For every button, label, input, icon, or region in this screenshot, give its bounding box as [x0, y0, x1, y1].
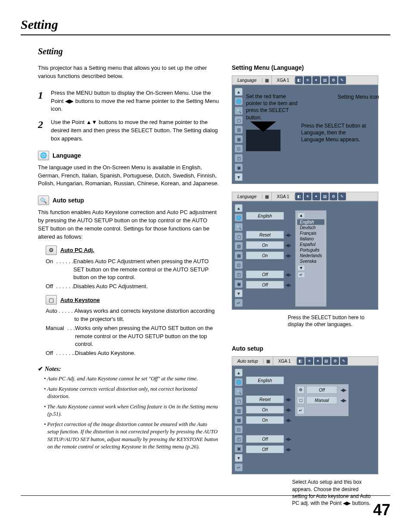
osd1-topbar: Language ▦ XGA 1 ◧ ☀ ✦ ▤ ⚙ ✎	[232, 75, 378, 85]
osd3-topbar-icon: ▦	[264, 357, 273, 365]
side-icon: ◫	[235, 435, 243, 443]
autokey-heading: Auto Keystone	[60, 297, 100, 303]
popup-exit-icon: ↵	[297, 272, 305, 278]
osd1-callout-frame: Set the red frame pointer to the item an…	[246, 93, 298, 121]
osd1-topbar-icon: ▦	[262, 76, 272, 84]
arrow-down-icon	[250, 121, 276, 132]
side-icon: ◫	[235, 154, 243, 162]
lang-option: Español	[297, 242, 324, 247]
tb-icon: ✎	[340, 357, 348, 365]
side-icon: ▢	[235, 233, 243, 240]
lang-option: English	[297, 219, 324, 225]
tb-icon: ◧	[297, 357, 305, 365]
arrows-lr-icon	[284, 272, 292, 277]
step-2: 2 Use the Point ▲▼ buttons to move the r…	[38, 118, 219, 143]
tb-icon: ☀	[304, 76, 311, 84]
popup-up-icon: ▲	[297, 212, 305, 218]
autokey-manual-row: Manual . . . Works only when pressing th…	[46, 324, 219, 349]
osd2-value-reset: Reset	[246, 231, 284, 239]
scroll-up-icon: ▲	[235, 88, 243, 96]
section-title: Setting	[38, 47, 390, 56]
side-icon: ▦	[235, 135, 243, 143]
side-icon: ▥	[235, 242, 243, 250]
osd3-value-off2: Off	[246, 445, 284, 453]
side-icon: 🔍	[235, 388, 243, 395]
osd3-title: Auto setup	[232, 345, 378, 352]
tb-icon: ✦	[312, 193, 320, 200]
arrows-lr-icon	[284, 407, 292, 413]
osd3-popup-manual: Manual	[306, 396, 337, 404]
side-icon: ◫	[235, 271, 243, 278]
osd1-topbar-iconstrip: ◧ ☀ ✦ ▤ ⚙ ✎	[295, 76, 346, 84]
osd1-box: Setting Menu icon Language ▦ XGA 1 ◧ ☀ ✦…	[232, 75, 378, 184]
autopc-on-desc: Enables Auto PC Adjustment when pressing…	[73, 258, 219, 282]
side-icon: ⊡	[235, 145, 243, 152]
osd1-title: Setting Menu (Language)	[232, 64, 378, 71]
tb-icon: ☀	[305, 357, 313, 365]
tb-icon: ✦	[312, 76, 320, 84]
autopc-on-label: On . . . . . .	[46, 258, 73, 282]
side-icon: ▥	[235, 407, 243, 414]
autosetup-icon: 🔍	[38, 196, 49, 205]
scroll-down-icon: ▼	[235, 289, 243, 297]
arrows-lr-icon	[284, 253, 292, 258]
osd2-value-off1: Off	[246, 271, 284, 278]
autokey-auto-desc: Always works and corrects keystone disto…	[74, 307, 219, 324]
tb-icon: ◧	[295, 76, 303, 84]
arrows-lr-icon	[284, 417, 292, 423]
osd3-popup-off: Off	[306, 386, 337, 394]
popup-exit-icon: ↵	[297, 407, 305, 414]
autosetup-body: This function enables Auto Keystone corr…	[38, 208, 219, 241]
exit-icon: ↵	[235, 299, 243, 307]
osd1-dark-panel	[246, 130, 280, 151]
side-icon: 🔍	[235, 223, 243, 231]
autopc-off-row: Off . . . . . . Disables Auto PC Adjustm…	[46, 283, 219, 291]
globe-icon: 🌐	[38, 151, 49, 160]
arrows-lr-icon	[284, 243, 292, 248]
note-4: Perfect correction of the image distorti…	[44, 421, 219, 451]
intro-text: This projector has a Setting menu that a…	[38, 64, 219, 81]
osd3-callout: Select Auto setup and this box appears. …	[292, 479, 374, 507]
arrows-lr-icon	[284, 436, 292, 442]
page-number: 47	[373, 501, 390, 519]
osd1-topbar-label: Language	[232, 78, 262, 83]
osd3-value-on1: On	[246, 406, 284, 414]
scroll-down-icon: ▼	[235, 454, 243, 462]
language-heading: Language	[53, 152, 81, 159]
osd2-callout: Press the SELECT button here to display …	[288, 314, 378, 328]
osd1-topbar-mode: XGA 1	[272, 78, 295, 83]
autokey-off-row: Off . . . . . .. Disables Auto Keystone.	[46, 349, 219, 358]
note-3: The Auto Keystone cannot work when Ceili…	[44, 403, 219, 418]
side-icon: ▣	[235, 164, 243, 171]
arrows-lr-icon	[284, 282, 292, 288]
tb-icon: ⚙	[330, 193, 337, 200]
osd3-value-off1: Off	[246, 435, 284, 443]
note-2: Auto Keystone corrects vertical distorti…	[44, 386, 219, 401]
popup-icon: ▢	[297, 396, 305, 404]
osd3-box: Auto setup ▦ XGA 1 ◧ ☀ ✦ ▤ ⚙ ✎ ▲ 🌐 🔍 ▢	[232, 356, 378, 474]
step-2-number: 2	[38, 118, 51, 143]
tb-icon: ▤	[323, 357, 330, 365]
osd3-body: ▲ 🌐 🔍 ▢ ▥ ▦ ⊡ ◫ ▣ ▼ ↵ English Reset On	[232, 366, 378, 474]
keystone-icon: ▢	[46, 295, 57, 305]
osd1-sidecol: ▲ 🌐 🔍 ▢ ▥ ▦ ⊡ ◫ ▣ ▼	[235, 88, 243, 181]
autokey-manual-desc: Works only when pressing the AUTO SET bu…	[75, 324, 219, 349]
scroll-down-icon: ▼	[235, 173, 243, 181]
arrows-lr-icon	[284, 397, 292, 402]
osd2-topbar-icon: ▦	[262, 192, 272, 201]
osd3-values: English Reset On On Off Off	[246, 376, 292, 471]
osd1-body: ▲ 🌐 🔍 ▢ ▥ ▦ ⊡ ◫ ▣ ▼ Set the red frame po…	[232, 85, 378, 184]
osd3-value-lang: English	[246, 376, 284, 384]
osd2-topbar-label: Language	[232, 194, 262, 199]
autokey-manual-label: Manual . . .	[46, 324, 75, 349]
lang-option: Italiano	[297, 236, 324, 242]
osd2-value-off2: Off	[246, 281, 284, 289]
side-icon: ▣	[235, 445, 243, 452]
osd2-value-on2: On	[246, 252, 284, 259]
tb-icon: ⚙	[331, 357, 339, 365]
side-icon: 🌐	[235, 97, 243, 105]
autopc-off-desc: Disables Auto PC Adjustment.	[73, 283, 219, 291]
step-1-number: 1	[38, 89, 51, 114]
osd2-sidecol: ▲ 🌐 🔍 ▢ ▥ ▦ ⊡ ◫ ▣ ▼ ↵	[235, 204, 243, 307]
side-icon: ▢	[235, 397, 243, 405]
